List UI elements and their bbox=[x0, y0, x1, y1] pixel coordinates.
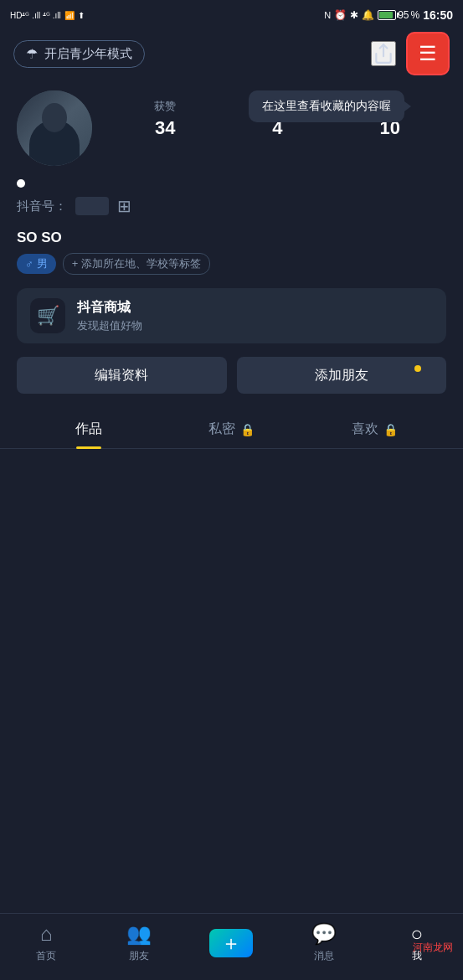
tab-private-label: 私密 bbox=[208, 420, 235, 438]
nav-friends[interactable]: 👥 朋友 bbox=[93, 922, 186, 963]
edit-profile-button[interactable]: 编辑资料 bbox=[17, 357, 227, 394]
content-tabs: 作品 私密 🔒 喜欢 🔒 bbox=[0, 410, 463, 449]
stat-likes[interactable]: 获赞 34 bbox=[154, 99, 176, 139]
bottom-navigation: ⌂ 首页 👥 朋友 ＋ 💬 消息 ○ 我 河南龙网 bbox=[0, 913, 463, 980]
gender-label: 男 bbox=[37, 256, 48, 271]
messages-icon: 💬 bbox=[311, 922, 337, 946]
battery-indicator: 95 % bbox=[378, 9, 419, 21]
shop-text: 抖音商城 发现超值好物 bbox=[77, 299, 142, 333]
notification-icon: 🔔 bbox=[362, 9, 374, 21]
gender-symbol: ♂ bbox=[25, 258, 33, 271]
status-right: N ⏰ ✱ 🔔 95 % 16:50 bbox=[324, 8, 453, 22]
youth-mode-label: 开启青少年模式 bbox=[44, 46, 132, 62]
add-friend-button[interactable]: 添加朋友 bbox=[237, 357, 447, 394]
bluetooth-icon: ✱ bbox=[350, 9, 358, 21]
top-navigation: ☂ 开启青少年模式 ☰ bbox=[0, 30, 463, 77]
doyin-id-label: 抖音号： bbox=[17, 199, 67, 214]
tabs-row: 作品 私密 🔒 喜欢 🔒 bbox=[0, 410, 463, 448]
create-button[interactable]: ＋ bbox=[209, 929, 253, 957]
likes-count: 34 bbox=[155, 117, 175, 139]
gender-tag: ♂ 男 bbox=[17, 254, 56, 274]
action-buttons: 编辑资料 添加朋友 bbox=[17, 357, 446, 394]
status-bar: HD⁴ᴳ .ıll ⁴ᴳ .ıll 📶 ⬆ N ⏰ ✱ 🔔 95 % 16:50 bbox=[0, 0, 463, 30]
tab-likes[interactable]: 喜欢 🔒 bbox=[303, 410, 446, 448]
user-info: 抖音号： ⊞ bbox=[0, 166, 463, 216]
add-tag-label: + 添加所在地、学校等标签 bbox=[72, 256, 201, 271]
battery-percent: 95 bbox=[398, 9, 409, 21]
top-right-actions: ☰ bbox=[371, 32, 450, 75]
tags-row: ♂ 男 + 添加所在地、学校等标签 bbox=[17, 253, 446, 275]
doyin-id-row: 抖音号： ⊞ bbox=[17, 196, 446, 216]
tab-works[interactable]: 作品 bbox=[17, 410, 160, 448]
shop-subtitle: 发现超值好物 bbox=[77, 318, 142, 333]
tab-likes-label: 喜欢 bbox=[352, 420, 378, 438]
upload-icon: ⬆ bbox=[78, 11, 85, 20]
time-display: 16:50 bbox=[423, 8, 453, 22]
add-tag-button[interactable]: + 添加所在地、学校等标签 bbox=[63, 253, 210, 275]
bio-section: SO SO ♂ 男 + 添加所在地、学校等标签 bbox=[0, 219, 463, 275]
avatar bbox=[17, 90, 92, 166]
friend-notification-dot bbox=[414, 365, 421, 372]
username-dot bbox=[17, 179, 25, 188]
menu-button[interactable]: ☰ bbox=[406, 32, 450, 75]
watermark: 河南龙网 bbox=[413, 941, 453, 955]
youth-mode-button[interactable]: ☂ 开启青少年模式 bbox=[13, 40, 145, 68]
shop-cart-icon: 🛒 bbox=[37, 305, 59, 327]
avatar-container bbox=[17, 90, 92, 166]
edit-profile-label: 编辑资料 bbox=[95, 367, 148, 384]
wifi-icon: 📶 bbox=[64, 11, 75, 20]
share-button[interactable] bbox=[371, 41, 396, 66]
tab-private[interactable]: 私密 🔒 bbox=[160, 410, 303, 448]
likes-label: 获赞 bbox=[154, 99, 176, 114]
bio-username: SO SO bbox=[17, 230, 446, 246]
hamburger-icon: ☰ bbox=[419, 44, 437, 64]
plus-icon: ＋ bbox=[221, 930, 241, 957]
doyin-id-value bbox=[75, 197, 109, 215]
alarm-icon: ⏰ bbox=[334, 9, 347, 21]
shop-banner[interactable]: 🛒 抖音商城 发现超值好物 bbox=[17, 288, 446, 343]
friends-label: 朋友 bbox=[129, 949, 149, 963]
nfc-icon: N bbox=[324, 10, 331, 20]
shop-icon-wrapper: 🛒 bbox=[30, 298, 65, 333]
tab-works-label: 作品 bbox=[75, 420, 102, 438]
nav-messages[interactable]: 💬 消息 bbox=[278, 922, 371, 963]
content-area bbox=[0, 449, 463, 683]
private-lock-icon: 🔒 bbox=[240, 423, 255, 436]
status-left: HD⁴ᴳ .ıll ⁴ᴳ .ıll 📶 ⬆ bbox=[10, 11, 85, 20]
avatar-image bbox=[17, 90, 92, 166]
messages-label: 消息 bbox=[314, 949, 334, 963]
shop-title: 抖音商城 bbox=[77, 299, 142, 317]
tooltip-collect: 在这里查看收藏的内容喔 bbox=[249, 90, 404, 122]
home-icon: ⌂ bbox=[40, 922, 53, 946]
qr-code-icon[interactable]: ⊞ bbox=[117, 196, 131, 216]
nav-home[interactable]: ⌂ 首页 bbox=[0, 922, 93, 963]
add-friend-label: 添加朋友 bbox=[315, 367, 368, 384]
nav-create[interactable]: ＋ bbox=[185, 929, 278, 957]
home-label: 首页 bbox=[36, 949, 56, 963]
friends-icon: 👥 bbox=[126, 922, 152, 946]
signal-text: HD⁴ᴳ .ıll ⁴ᴳ .ıll bbox=[10, 11, 61, 20]
likes-lock-icon: 🔒 bbox=[383, 423, 398, 436]
tooltip-text: 在这里查看收藏的内容喔 bbox=[262, 99, 391, 112]
youth-mode-icon: ☂ bbox=[26, 46, 38, 62]
